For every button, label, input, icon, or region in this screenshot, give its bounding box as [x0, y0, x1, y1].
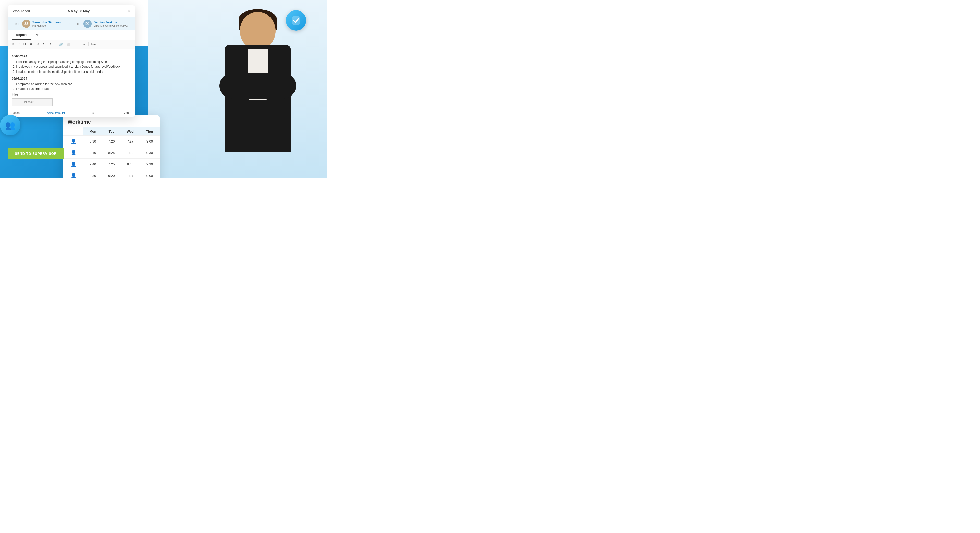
send-to-supervisor-button[interactable]: SEND TO SUPERVISOR — [8, 148, 64, 159]
card-header: Work report 5 May - 8 May × — [8, 5, 135, 17]
mon-cell-3: 9:40 — [83, 159, 102, 170]
item-1-2: 2. I reviewed my proposal and submitted … — [13, 64, 131, 69]
table-header-row: Mon Tue Wed Thur — [62, 128, 159, 136]
tue-cell-3: 7:25 — [102, 159, 121, 170]
table-row: 👤 8:30 9:20 7:27 9:00 — [62, 170, 159, 178]
thur-cell-1: 9:00 — [140, 136, 159, 147]
thur-cell-2: 9:30 — [140, 147, 159, 159]
tue-cell-1: 7:20 — [102, 136, 121, 147]
files-section: Files UPLOAD FILE — [8, 90, 135, 109]
user-avatar-2: 👤 — [70, 149, 77, 156]
check-icon — [291, 15, 301, 26]
user-avatar-4: 👤 — [70, 172, 77, 178]
strikethrough-button[interactable]: S — [28, 42, 33, 47]
toolbar-divider-4 — [88, 42, 89, 46]
tasks-row: Tasks select from list ≡ Events — [8, 109, 135, 117]
filter-icon[interactable]: ≡ — [92, 111, 94, 115]
arrow-icon: → — [67, 22, 70, 26]
to-label: To: — [76, 22, 80, 25]
col-header-wed: Wed — [121, 128, 140, 136]
font-color-button[interactable]: A — [37, 42, 40, 46]
wed-cell-4: 7:27 — [121, 170, 140, 178]
user-avatar-3: 👤 — [70, 161, 77, 168]
toolbar-divider-2 — [56, 42, 56, 46]
italic-button[interactable]: I — [17, 42, 21, 47]
tue-cell-4: 9:20 — [102, 170, 121, 178]
font-size-increase-button[interactable]: A⁺ — [41, 43, 47, 46]
recipient-name[interactable]: Damian Jenkins — [94, 21, 128, 24]
thur-cell-3: 9:30 — [140, 159, 159, 170]
avatar-cell-1: 👤 — [62, 136, 83, 147]
wed-cell-3: 8:40 — [121, 159, 140, 170]
card-tabs: Report Plan — [8, 30, 135, 40]
editor-content[interactable]: 05/06/2024 1. I finished analyzing the S… — [8, 49, 135, 90]
link-button[interactable]: 🔗 — [58, 42, 65, 47]
recipient-avatar: DJ — [83, 20, 92, 28]
supervisor-btn-area: SEND TO SUPERVISOR — [8, 148, 64, 159]
from-block: From: SS Samantha Simpson PR Manager — [12, 20, 61, 28]
html-label[interactable]: html — [91, 43, 97, 46]
item-2-2: 2. I made 4 customers calls — [13, 86, 131, 90]
ordered-list-button[interactable]: ☰ — [75, 42, 81, 47]
tue-cell-2: 8:25 — [102, 147, 121, 159]
sender-name[interactable]: Samantha Simpson — [32, 21, 61, 24]
person-head — [240, 12, 275, 50]
col-header-avatar — [62, 128, 83, 136]
table-row: 👤 8:30 7:20 7:27 9:00 — [62, 136, 159, 147]
avatar-cell-3: 👤 — [62, 159, 83, 170]
wed-cell-1: 7:27 — [121, 136, 140, 147]
date-heading-2: 05/07/2024 — [12, 77, 131, 81]
sender-info: Samantha Simpson PR Manager — [32, 21, 61, 27]
from-label: From: — [12, 22, 19, 25]
tasks-label: Tasks — [12, 111, 20, 115]
date-heading-1: 05/06/2024 — [12, 54, 131, 59]
font-size-decrease-button[interactable]: A⁻ — [48, 43, 54, 46]
user-avatar-1: 👤 — [70, 138, 77, 145]
person-arms — [220, 73, 296, 99]
col-header-tue: Tue — [102, 128, 121, 136]
tab-report[interactable]: Report — [12, 30, 30, 40]
bold-button[interactable]: B — [11, 42, 16, 47]
thur-cell-4: 9:00 — [140, 170, 159, 178]
col-header-thur: Thur — [140, 128, 159, 136]
item-2-1: 1. I prepared an outline for the new web… — [13, 82, 131, 86]
table-row: 👤 9:40 7:25 8:40 9:30 — [62, 159, 159, 170]
mon-cell-1: 8:30 — [83, 136, 102, 147]
image-button[interactable]: ⬜ — [65, 43, 72, 46]
card-date-range: 5 May - 8 May — [68, 9, 89, 13]
sender-avatar: SS — [22, 20, 30, 28]
recipient-role: Chief Marketing Officer (CMO) — [94, 24, 128, 27]
wed-cell-2: 7:20 — [121, 147, 140, 159]
avatar-cell-4: 👤 — [62, 170, 83, 178]
select-from-list-link[interactable]: select from list — [47, 111, 65, 115]
worktime-table: Mon Tue Wed Thur 👤 8:30 7:20 7:27 9:00 👤 — [62, 128, 159, 178]
unordered-list-button[interactable]: ≡ — [82, 42, 87, 47]
tab-plan[interactable]: Plan — [30, 30, 45, 40]
recipient-info: Damian Jenkins Chief Marketing Officer (… — [94, 21, 128, 27]
editor-toolbar: B I U S A A⁺ A⁻ 🔗 ⬜ ☰ ≡ html — [8, 40, 135, 49]
toolbar-divider-1 — [35, 42, 35, 46]
team-icon-circle: 👥 — [0, 115, 21, 136]
check-icon-circle — [286, 10, 306, 30]
sender-role: PR Manager — [32, 24, 61, 27]
from-to-section: From: SS Samantha Simpson PR Manager → T… — [8, 17, 135, 30]
events-label: Events — [122, 111, 131, 115]
files-label: Files — [12, 93, 131, 96]
item-1-3: 3. I crafted content for social media & … — [13, 69, 131, 74]
mon-cell-2: 9:40 — [83, 147, 102, 159]
item-1-1: 1. I finished analyzing the Spring marke… — [13, 59, 131, 64]
work-report-card: Work report 5 May - 8 May × From: SS Sam… — [8, 5, 135, 117]
worktime-card: Worktime Mon Tue Wed Thur 👤 8:30 7:20 7:… — [62, 115, 159, 178]
to-block: To: DJ Damian Jenkins Chief Marketing Of… — [76, 20, 128, 28]
avatar-cell-2: 👤 — [62, 147, 83, 159]
close-icon[interactable]: × — [128, 9, 130, 13]
card-title: Work report — [13, 9, 30, 13]
underline-button[interactable]: U — [22, 42, 27, 47]
table-row: 👤 9:40 8:25 7:20 9:30 — [62, 147, 159, 159]
mon-cell-4: 8:30 — [83, 170, 102, 178]
team-icon: 👥 — [5, 120, 15, 130]
upload-file-button[interactable]: UPLOAD FILE — [12, 98, 52, 106]
col-header-mon: Mon — [83, 128, 102, 136]
